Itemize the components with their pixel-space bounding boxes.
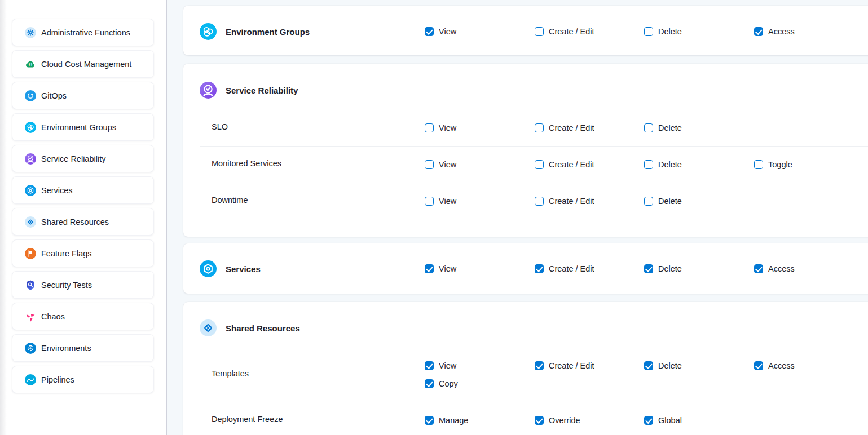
permission-toggle[interactable]: Toggle — [754, 159, 792, 170]
checkbox-icon[interactable] — [644, 264, 653, 273]
gear-icon — [25, 27, 36, 38]
permission-view[interactable]: View — [425, 122, 456, 134]
checkbox-icon[interactable] — [644, 416, 653, 425]
permission-create-edit[interactable]: Create / Edit — [535, 263, 594, 274]
checkbox-icon[interactable] — [535, 27, 544, 36]
services-card: Services View Create / Edit Delete Acces… — [183, 243, 868, 294]
chaos-icon — [25, 311, 36, 322]
sidebar-item-pipelines[interactable]: Pipelines — [12, 366, 154, 393]
checkbox-icon[interactable] — [535, 160, 544, 169]
services-icon — [200, 260, 217, 277]
sidebar-item-label: Services — [41, 186, 73, 195]
sidebar-item-environment-groups[interactable]: Environment Groups — [12, 113, 154, 141]
checkbox-icon[interactable] — [754, 160, 763, 169]
checkbox-icon[interactable] — [754, 361, 763, 370]
permission-delete[interactable]: Delete — [644, 159, 682, 170]
checkbox-icon[interactable] — [425, 379, 434, 388]
permission-copy[interactable]: Copy — [425, 378, 458, 389]
checkbox-icon[interactable] — [425, 27, 434, 36]
permission-view[interactable]: View — [425, 159, 456, 170]
checkbox-icon[interactable] — [425, 160, 434, 169]
checkbox-icon[interactable] — [644, 361, 653, 370]
permission-view[interactable]: View — [425, 26, 456, 37]
card-title: Services — [226, 264, 261, 274]
environment-groups-icon — [25, 122, 36, 133]
permission-override[interactable]: Override — [535, 415, 580, 426]
sidebar-item-services[interactable]: Services — [12, 176, 154, 204]
resource-category-sidebar: Administrative Functions $ Cloud Cost Ma… — [0, 0, 167, 435]
row-divider — [200, 146, 868, 147]
service-reliability-card: Service Reliability SLO View Create / Ed… — [183, 64, 868, 237]
sidebar-item-chaos[interactable]: Chaos — [12, 303, 154, 330]
checkbox-icon[interactable] — [754, 27, 763, 36]
resource-row-label: Downtime — [212, 196, 248, 205]
resource-row-label: Templates — [212, 369, 249, 378]
card-title: Service Reliability — [226, 86, 298, 95]
sidebar-item-label: Cloud Cost Management — [41, 60, 131, 69]
permission-delete[interactable]: Delete — [644, 360, 682, 371]
checkbox-icon[interactable] — [425, 264, 434, 273]
card-title: Environment Groups — [226, 27, 310, 37]
environment-groups-header: Environment Groups — [200, 23, 310, 40]
sidebar-item-service-reliability[interactable]: Service Reliability — [12, 145, 154, 172]
checkbox-icon[interactable] — [644, 197, 653, 206]
checkbox-icon[interactable] — [535, 361, 544, 370]
sidebar-item-cloud-cost-management[interactable]: $ Cloud Cost Management — [12, 50, 154, 78]
sidebar-item-administrative-functions[interactable]: Administrative Functions — [12, 19, 154, 46]
checkbox-icon[interactable] — [425, 416, 434, 425]
permission-view[interactable]: View — [425, 263, 456, 274]
sidebar-item-label: GitOps — [41, 91, 67, 100]
sidebar-item-label: Environments — [41, 344, 91, 353]
checkbox-icon[interactable] — [644, 27, 653, 36]
permission-manage[interactable]: Manage — [425, 415, 468, 426]
row-divider — [200, 183, 868, 183]
checkbox-icon[interactable] — [535, 264, 544, 273]
permission-delete[interactable]: Delete — [644, 196, 682, 207]
checkbox-icon[interactable] — [425, 361, 434, 370]
sidebar-item-label: Environment Groups — [41, 123, 116, 132]
environments-icon — [25, 343, 36, 354]
checkbox-icon[interactable] — [754, 264, 763, 273]
shared-resources-header: Shared Resources — [200, 319, 300, 336]
sidebar-item-security-tests[interactable]: Security Tests — [12, 271, 154, 299]
feature-flags-icon — [25, 248, 36, 259]
permission-access[interactable]: Access — [754, 360, 795, 371]
permission-delete[interactable]: Delete — [644, 122, 682, 134]
permission-access[interactable]: Access — [754, 263, 795, 274]
gitops-icon — [25, 90, 36, 101]
permission-delete[interactable]: Delete — [644, 263, 682, 274]
permission-view[interactable]: View — [425, 196, 456, 207]
shared-resources-icon — [200, 319, 217, 336]
sidebar-item-label: Chaos — [41, 312, 65, 321]
sidebar-item-label: Shared Resources — [41, 218, 109, 227]
card-title: Shared Resources — [226, 323, 300, 333]
permission-access[interactable]: Access — [754, 26, 795, 37]
sidebar-item-label: Feature Flags — [41, 249, 91, 258]
permission-create-edit[interactable]: Create / Edit — [535, 159, 594, 170]
checkbox-icon[interactable] — [535, 197, 544, 206]
sidebar-item-gitops[interactable]: GitOps — [12, 82, 154, 109]
checkbox-icon[interactable] — [425, 123, 434, 132]
sidebar-item-feature-flags[interactable]: Feature Flags — [12, 239, 154, 267]
checkbox-icon[interactable] — [535, 123, 544, 132]
permission-create-edit[interactable]: Create / Edit — [535, 122, 594, 134]
permission-delete[interactable]: Delete — [644, 26, 682, 37]
environment-groups-card: Environment Groups View Create / Edit De… — [183, 6, 868, 55]
service-reliability-icon — [200, 82, 217, 99]
checkbox-icon[interactable] — [644, 123, 653, 132]
svg-text:$: $ — [29, 63, 32, 67]
service-reliability-header: Service Reliability — [200, 82, 298, 99]
checkbox-icon[interactable] — [535, 416, 544, 425]
service-reliability-icon — [25, 153, 36, 165]
permission-create-edit[interactable]: Create / Edit — [535, 360, 594, 371]
sidebar-item-label: Service Reliability — [41, 154, 105, 163]
environment-groups-icon — [200, 23, 217, 40]
checkbox-icon[interactable] — [644, 160, 653, 169]
permission-create-edit[interactable]: Create / Edit — [535, 196, 594, 207]
permission-view[interactable]: View — [425, 360, 456, 371]
permission-create-edit[interactable]: Create / Edit — [535, 26, 594, 37]
sidebar-item-environments[interactable]: Environments — [12, 334, 154, 362]
sidebar-item-shared-resources[interactable]: Shared Resources — [12, 208, 154, 236]
permission-global[interactable]: Global — [644, 415, 682, 426]
checkbox-icon[interactable] — [425, 197, 434, 206]
